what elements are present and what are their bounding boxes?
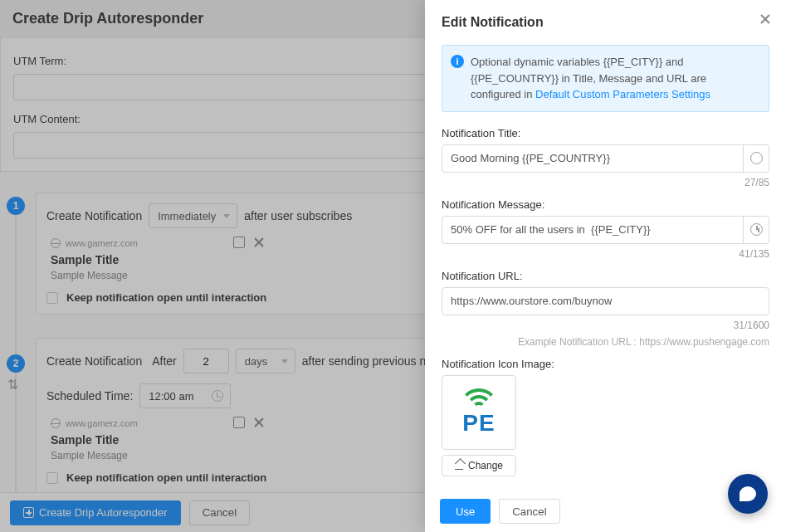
- message-counter: 41/135: [442, 248, 769, 260]
- chat-fab[interactable]: [728, 474, 768, 514]
- create-drip-button[interactable]: Create Drip Autoresponder: [10, 500, 181, 525]
- plus-icon: [23, 507, 34, 518]
- step-2-unit-value: days: [245, 355, 267, 368]
- info-link[interactable]: Default Custom Parameters Settings: [535, 88, 710, 100]
- globe-icon: [51, 418, 61, 428]
- info-icon: i: [451, 55, 464, 68]
- step-2-unit-select[interactable]: days: [236, 349, 295, 373]
- title-counter: 27/85: [442, 177, 769, 188]
- chat-icon: [740, 486, 756, 501]
- step-1-create-label: Create Notification: [46, 209, 142, 222]
- clock-icon: [212, 390, 223, 402]
- close-icon[interactable]: [253, 417, 265, 428]
- close-icon[interactable]: [253, 237, 265, 248]
- keep-open-checkbox-2[interactable]: [46, 472, 58, 484]
- step-2-delay-input[interactable]: [183, 349, 229, 373]
- step-2-sched-input[interactable]: 12:00 am: [139, 383, 231, 408]
- use-button[interactable]: Use: [440, 499, 491, 524]
- drawer-close-icon[interactable]: [759, 13, 771, 25]
- pencil-icon: [455, 461, 463, 470]
- chevron-down-icon: [281, 359, 288, 364]
- notification-icon-preview: PE: [442, 375, 516, 450]
- step-2-site: www.gamerz.com: [66, 418, 138, 428]
- chevron-down-icon: [223, 214, 230, 218]
- globe-icon: [51, 238, 61, 248]
- keep-open-label-2: Keep notification open until interaction: [66, 471, 266, 484]
- title-label: Notification Title:: [442, 127, 769, 139]
- info-banner: i Optional dynamic variables {{PE_CITY}}…: [442, 45, 769, 112]
- url-example: Example Notification URL : https://www.p…: [442, 336, 769, 348]
- drawer-title: Edit Notification: [442, 15, 769, 30]
- icon-label: Notification Icon Image:: [442, 358, 769, 370]
- step-2-after-label: After: [152, 354, 177, 368]
- notification-url-input[interactable]: [442, 287, 769, 315]
- cancel-button[interactable]: Cancel: [189, 500, 251, 525]
- step-2-create-label: Create Notification: [46, 354, 142, 368]
- step-badge-2: 2: [7, 354, 25, 373]
- keep-open-checkbox-1[interactable]: [46, 292, 58, 304]
- notification-message-input[interactable]: [442, 216, 769, 244]
- emoji-icon[interactable]: [743, 144, 769, 173]
- create-drip-label: Create Drip Autoresponder: [39, 506, 168, 519]
- step-1-site: www.gamerz.com: [66, 238, 138, 248]
- edit-notification-drawer: Edit Notification i Optional dynamic var…: [425, 0, 786, 532]
- step-1-timing-value: Immediately: [158, 210, 216, 222]
- swap-icon[interactable]: ⇅: [7, 377, 18, 393]
- gear-icon[interactable]: [233, 417, 245, 428]
- message-label: Notification Message:: [442, 198, 769, 211]
- schedule-icon[interactable]: [743, 216, 769, 244]
- step-1-after-label: after user subscribes: [244, 209, 352, 222]
- step-badge-1: 1: [7, 197, 25, 215]
- pe-logo-text: PE: [462, 410, 495, 437]
- url-counter: 31/1600: [442, 320, 769, 331]
- keep-open-label-1: Keep notification open until interaction: [66, 291, 266, 304]
- step-2-sched-label: Scheduled Time:: [46, 389, 133, 403]
- step-1-timing-select[interactable]: Immediately: [149, 203, 237, 228]
- notification-title-input[interactable]: [442, 144, 769, 173]
- gear-icon[interactable]: [233, 237, 245, 248]
- change-icon-label: Change: [468, 460, 503, 471]
- drawer-cancel-button[interactable]: Cancel: [499, 499, 560, 524]
- step-2-sched-value: 12:00 am: [149, 390, 193, 403]
- url-label: Notification URL:: [442, 270, 769, 282]
- page-footer: Create Drip Autoresponder Cancel: [0, 492, 425, 532]
- change-icon-button[interactable]: Change: [442, 455, 516, 476]
